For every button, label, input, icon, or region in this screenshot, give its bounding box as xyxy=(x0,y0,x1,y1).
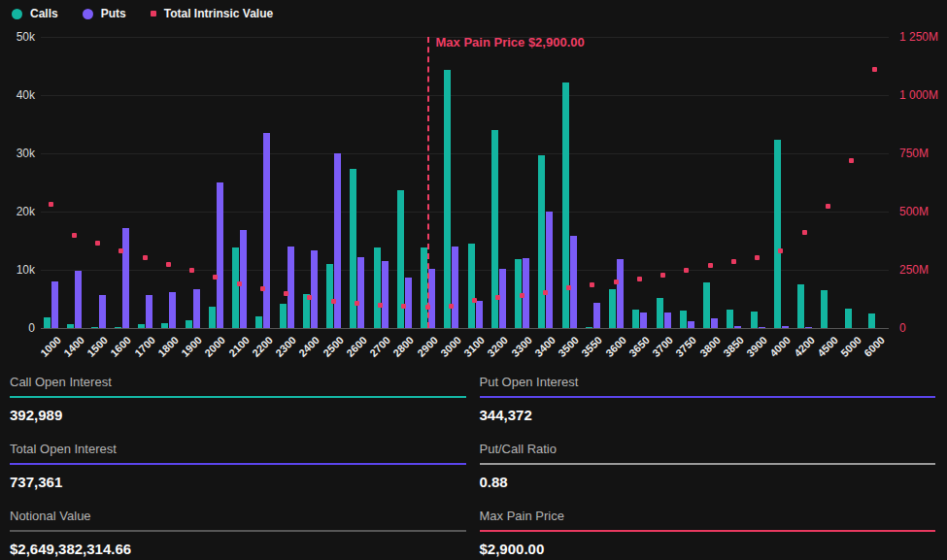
call-bar xyxy=(209,307,216,328)
tiv-dot xyxy=(331,299,336,304)
stat-value: 344,372 xyxy=(480,398,936,424)
stat-value: 0.88 xyxy=(480,465,936,491)
tiv-dot xyxy=(95,241,100,246)
put-bar xyxy=(122,228,129,328)
y-tick-label-right: 500M xyxy=(899,205,929,218)
max-pain-dashboard: Calls Puts Total Intrinsic Value 50k40k3… xyxy=(0,0,947,560)
tiv-dot xyxy=(143,255,148,260)
put-bar xyxy=(805,327,812,328)
call-bar xyxy=(845,309,852,328)
gridline xyxy=(41,153,889,154)
put-bar xyxy=(287,247,294,328)
put-bar xyxy=(664,313,671,328)
total-intrinsic-value-swatch-icon xyxy=(151,11,156,16)
gridline xyxy=(41,95,889,96)
call-bar xyxy=(374,247,381,328)
stat-label: Put Open Interest xyxy=(480,375,936,396)
call-bar xyxy=(751,312,758,328)
stat-value: 392,989 xyxy=(10,398,466,424)
y-tick-label-right: 1 250M xyxy=(899,30,938,44)
y-tick-label-left: 0 xyxy=(0,321,35,335)
put-bar xyxy=(593,303,600,328)
put-bar xyxy=(311,250,318,328)
tiv-dot xyxy=(307,295,312,300)
call-bar xyxy=(91,327,98,328)
call-bar xyxy=(280,304,287,328)
gridline xyxy=(41,212,889,213)
tiv-dot xyxy=(778,248,783,253)
y-tick-label-left: 30k xyxy=(0,147,35,160)
tiv-dot xyxy=(260,286,265,291)
x-axis: 1000140015001600170018001900200021002200… xyxy=(41,334,889,371)
y-tick-label-left: 50k xyxy=(0,30,35,44)
tiv-dot xyxy=(401,304,406,309)
stat-label: Call Open Interest xyxy=(10,375,466,396)
call-bar xyxy=(115,327,121,328)
stats-panel: Call Open Interest 392,989 Put Open Inte… xyxy=(10,375,935,558)
legend-item-total-intrinsic-value[interactable]: Total Intrinsic Value xyxy=(151,7,273,20)
left-axis: 50k40k30k20k10k0 xyxy=(0,37,35,328)
tiv-dot xyxy=(72,233,77,238)
call-bar xyxy=(797,284,804,328)
stat-call-open-interest: Call Open Interest 392,989 xyxy=(10,375,466,424)
tiv-dot xyxy=(802,230,807,235)
call-bar xyxy=(44,317,51,328)
plot-area[interactable]: Max Pain Price $2,900.00 xyxy=(41,37,889,328)
put-bar xyxy=(617,259,624,328)
tiv-dot xyxy=(449,304,454,309)
y-tick-label-right: 1 000M xyxy=(899,88,938,102)
stat-max-pain-price: Max Pain Price $2,900.00 xyxy=(480,509,936,558)
legend-item-calls[interactable]: Calls xyxy=(12,7,58,20)
put-bar xyxy=(75,271,82,328)
y-tick-label-right: 250M xyxy=(899,263,929,277)
stat-notional-value: Notional Value $2,649,382,314.66 xyxy=(10,509,466,558)
options-open-interest-chart: 50k40k30k20k10k0 Max Pain Price $2,900.0… xyxy=(0,0,947,371)
tiv-dot xyxy=(614,280,619,284)
put-bar xyxy=(688,321,694,328)
stat-value: $2,649,382,314.66 xyxy=(10,532,466,558)
put-bar xyxy=(428,269,435,328)
put-bar xyxy=(759,327,765,328)
stat-label: Total Open Interest xyxy=(10,442,466,463)
put-bar xyxy=(782,326,789,328)
tiv-dot xyxy=(849,158,854,163)
tiv-dot xyxy=(590,282,594,287)
tiv-dot xyxy=(472,298,477,303)
stat-label: Notional Value xyxy=(10,509,466,530)
gridline xyxy=(41,328,889,329)
put-bar xyxy=(193,289,200,328)
stat-total-open-interest: Total Open Interest 737,361 xyxy=(10,442,466,491)
call-bar xyxy=(232,247,239,328)
tiv-dot xyxy=(872,67,877,72)
tiv-dot xyxy=(237,281,242,286)
stat-put-open-interest: Put Open Interest 344,372 xyxy=(480,375,936,424)
y-tick-label-right: 0 xyxy=(899,321,906,335)
tiv-dot xyxy=(284,291,288,296)
stat-label: Max Pain Price xyxy=(480,509,936,530)
call-bar xyxy=(326,264,333,328)
stat-value: 737,361 xyxy=(10,465,466,491)
legend-label-calls: Calls xyxy=(30,7,58,20)
put-bar xyxy=(640,313,647,328)
tiv-dot xyxy=(684,268,689,273)
put-bar xyxy=(405,278,412,328)
call-bar xyxy=(562,82,569,328)
tiv-dot xyxy=(213,275,218,280)
right-axis: 1 250M1 000M750M500M250M0 xyxy=(897,37,946,328)
y-tick-label-right: 750M xyxy=(899,147,929,160)
tiv-dot xyxy=(166,262,171,267)
chart-legend: Calls Puts Total Intrinsic Value xyxy=(12,7,273,20)
tiv-dot xyxy=(495,295,500,300)
call-bar xyxy=(538,155,545,328)
tiv-dot xyxy=(566,285,571,290)
y-tick-label-left: 10k xyxy=(0,263,35,277)
call-bar xyxy=(703,282,710,328)
legend-item-puts[interactable]: Puts xyxy=(83,7,126,20)
call-bar xyxy=(161,323,168,328)
call-bar xyxy=(609,289,616,328)
call-bar xyxy=(468,244,475,328)
tiv-dot xyxy=(378,303,383,308)
put-bar xyxy=(169,292,176,328)
tiv-dot xyxy=(637,277,642,281)
stat-value: $2,900.00 xyxy=(480,532,936,558)
